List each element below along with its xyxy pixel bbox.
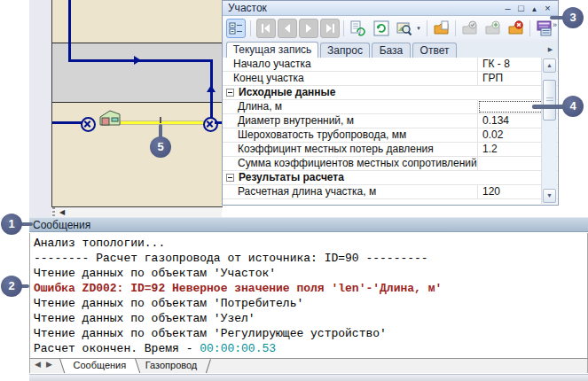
collapse-icon[interactable] [226,174,234,182]
minimize-icon[interactable]: – [501,1,514,15]
nav-next-icon[interactable] [299,19,318,38]
maximize-icon[interactable]: □ [514,1,528,15]
tab-current-record[interactable]: Текущая запись [226,42,318,58]
prop-name: Коэффицинт местных потерь давления [223,143,478,156]
tree-view-icon[interactable] [226,19,246,38]
save-form-icon[interactable] [535,19,554,38]
scrollbar-thumb[interactable] [543,80,556,121]
panel-titlebar[interactable]: Участок –□▲× [223,1,558,16]
log-line: Анализ топологии... [34,236,587,251]
record-tabs: Текущая запись Запрос База Ответ ▶ [223,41,558,58]
grid-row[interactable]: Сумма коэффициентов местных сопротивлени… [223,157,558,171]
grid-row[interactable]: Диаметр внутренний, м 0.134 [223,114,558,128]
valve-icon[interactable] [81,117,96,132]
log-line-error: Ошибка ZD002: ID=92 Неверное значение по… [34,281,587,296]
refresh-icon[interactable] [372,19,391,38]
prop-name: Шероховатость трубопровода, мм [223,128,478,142]
sheet-nav: ◀▶ [35,360,58,369]
nav-first-icon[interactable] [256,19,276,38]
toolbar-separator [427,20,427,36]
property-grid: Начало участка ГК - 8 Конец участка ГРП … [223,58,558,205]
messages-log[interactable]: Анализ топологии... -------- Расчет газо… [29,233,588,358]
callout-1: 1 [1,214,22,235]
toolbar-separator [455,20,456,36]
callout-3: 3 [562,7,584,28]
callout-4: 4 [562,96,584,117]
prop-name: Сумма коэффициентов местных сопротивлени… [223,157,478,170]
map-road-band [52,43,223,103]
map-scroll-left-icon[interactable]: ◀ [59,207,65,217]
grid-row[interactable]: Шероховатость трубопровода, мм 0.02 [223,128,558,143]
messages-panel: Сообщения Анализ топологии... -------- Р… [29,217,588,374]
panel-title: Участок [228,2,267,14]
callout-4-connector [532,105,566,109]
screenshot-stage: ◀ Участок –□▲× [0,0,588,381]
valve-icon-2[interactable] [203,117,218,132]
log-line: Чтение данных по объектам 'Узел' [34,311,587,326]
grid-group-row[interactable]: Исходные данные [223,86,558,100]
sheet-nav-left-icon[interactable]: ◀ [35,360,41,369]
flow-arrow-right-icon [134,56,141,65]
window-buttons: –□▲× [501,1,554,16]
prop-name: Длина, м [223,100,478,113]
tab-end-edge [204,359,215,373]
tab-base[interactable]: База [372,43,411,58]
collapse-icon[interactable] [226,89,234,97]
log-line-final: Расчет окончен. Время - 00:00:00.53 [34,341,587,356]
tab-gas-pipeline[interactable]: Газопровод [135,359,208,373]
splitter-grip-icon[interactable] [52,207,55,217]
prop-name: Начало участка [223,58,478,71]
flow-arrow-up-icon [207,85,216,92]
pipe-segment-left[interactable] [52,121,82,124]
elapsed-time: 00:00:00.53 [200,342,276,355]
scroll-down-icon[interactable]: ▼ [543,189,556,203]
grid-row[interactable]: Начало участка ГК - 8 [223,58,558,72]
grid-group-row[interactable]: Результаты расчета [223,171,558,185]
log-line: Чтение данных по объектам 'Участок' [34,266,587,281]
tab-messages[interactable]: Сообщения [59,359,141,373]
grid-row[interactable]: Расчетная длина участка, м 120 [223,185,558,199]
log-line: -------- Расчет газопровода от источника… [34,251,587,266]
grid-row[interactable]: Коэффицинт местных потерь давления 1.2 [223,143,558,157]
grid-row[interactable]: Конец участка ГРП [223,72,558,86]
new-record-icon[interactable] [432,19,451,38]
preview-dropdown-icon[interactable]: ▼ [413,19,424,38]
log-line: Чтение данных по объектам 'Потребитель' [34,296,587,311]
preview-icon[interactable] [395,19,414,38]
log-line: Чтение данных по объектам 'Регулирующее … [34,326,587,341]
prop-name: Диаметр внутренний, м [223,114,478,128]
scroll-up-icon[interactable]: ▲ [543,58,556,73]
prop-name: Расчетная длина участка, м [223,185,478,198]
grp-station-icon[interactable] [98,109,122,127]
nav-prev-icon[interactable] [278,19,297,38]
toolbar-separator [529,20,530,36]
window-bottom-edge [29,374,588,381]
pipe-segment-vertical[interactable] [68,0,71,62]
toolbar-separator [250,20,251,36]
add-record-icon[interactable] [483,19,503,38]
selected-pipe-segment[interactable] [121,121,203,124]
map-left-gutter [29,0,51,217]
panel-toolbar: ▼ » [223,16,558,42]
toolbar-overflow-icon[interactable]: » [553,20,556,29]
grid-vertical-scrollbar[interactable]: ▲ ▼ [541,58,557,204]
tab-scroll-right-icon[interactable]: ▶ [545,43,556,56]
group-label: Исходные данные [239,86,336,98]
pin-icon[interactable]: ▲ [528,3,541,17]
tab-query[interactable]: Запрос [320,43,370,58]
bottom-tab-bar: ◀▶ Сообщения Газопровод [29,358,588,373]
map-horizontal-scrollbar[interactable]: ◀ [51,207,222,217]
refresh-record-icon[interactable] [349,19,368,38]
commit-record-icon[interactable] [460,19,480,38]
map-canvas[interactable] [51,0,223,207]
delete-record-icon[interactable] [506,19,526,38]
group-label: Результаты расчета [239,171,344,183]
tab-answer[interactable]: Ответ [412,43,457,58]
grid-row-selected[interactable]: Длина, м [223,100,558,114]
messages-header[interactable]: Сообщения [29,217,588,232]
nav-last-icon[interactable] [320,19,340,38]
prop-name: Конец участка [223,72,478,85]
callout-5: 5 [150,136,171,158]
sheet-nav-right-icon[interactable]: ▶ [46,360,52,369]
close-icon[interactable]: × [541,1,554,15]
